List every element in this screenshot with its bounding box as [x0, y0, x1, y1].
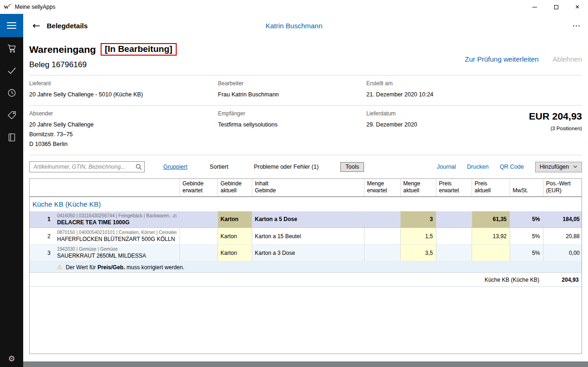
app-header: ← Belegdetails Katrin Buschmann ⋯: [0, 14, 588, 37]
erstellt-am-value: 21. Dezember 2020 10:24: [366, 90, 499, 100]
search-input[interactable]: [29, 161, 145, 172]
window-controls: ✕: [524, 0, 588, 14]
group-footer-row: Küche KB (Küche KB) 204,93: [30, 273, 582, 287]
page-title: Belegdetails: [47, 22, 88, 30]
maximize-button[interactable]: [545, 0, 567, 14]
cell-gebinde-aktuell[interactable]: Karton: [217, 245, 252, 261]
table-row[interactable]: 3 1942030 | Gemüse | Gemüse SAUERKRAUT 2…: [30, 245, 582, 261]
col-menge-erwartet: Mengeerwartet: [364, 179, 400, 197]
sortiert-toggle[interactable]: Sortiert: [210, 164, 228, 170]
cell-row-number: 1: [30, 211, 54, 228]
cell-menge-aktuell[interactable]: 3: [400, 211, 436, 228]
maximize-icon: [554, 5, 558, 9]
cell-menge-aktuell[interactable]: 1,5: [400, 228, 436, 245]
col-inhalt-gebinde: InhaltGebinde: [252, 179, 364, 197]
table-row[interactable]: 1 0416050 | 03116430256744 | Feingebäck …: [30, 211, 582, 228]
col-row-number: [30, 179, 54, 197]
col-gebinde-erwartet: Gebindeerwartet: [179, 179, 217, 197]
reject-button[interactable]: Ablehnen: [553, 55, 582, 70]
status-badge: [In Bearbeitung]: [101, 43, 177, 56]
app-logo-icon: W: [4, 3, 11, 11]
current-user[interactable]: Katrin Buschmann: [0, 22, 588, 30]
col-pos-wert: Pos.-Wert(EUR): [543, 179, 582, 197]
lieferdatum-value: 29. Dezember 2020: [366, 120, 499, 130]
total-amount: EUR 204,93: [499, 111, 582, 122]
cell-preis-aktuell[interactable]: [472, 245, 510, 261]
table-row[interactable]: 2 0870150 | 04000540210101 | Cerealien, …: [30, 228, 582, 245]
document-type-title: Wareneingang: [29, 44, 96, 55]
cell-menge-erwartet: [364, 228, 400, 245]
window-title: Meine sellyApps: [15, 4, 55, 10]
cell-article: 1942030 | Gemüse | Gemüse SAUERKRAUT 265…: [54, 245, 179, 261]
cell-preis-aktuell[interactable]: 13,92: [472, 228, 510, 245]
warning-spacer: [30, 261, 54, 273]
warning-icon: ⚠: [57, 264, 63, 271]
journal-link[interactable]: Journal: [437, 164, 456, 170]
cell-gebinde-erwartet: [179, 245, 217, 261]
search-box: [29, 161, 145, 172]
col-preis-erwartet: Preiserwartet: [436, 179, 472, 197]
journal-icon[interactable]: [7, 133, 17, 142]
cell-row-number: 3: [30, 245, 54, 261]
warning-row: ⚠Der Wert für Preis/Geb. muss korrigiert…: [30, 261, 582, 273]
hinzufuegen-button[interactable]: Hinzufügen: [535, 162, 582, 172]
back-button[interactable]: ←: [32, 21, 40, 30]
document-number: Beleg 16796169: [29, 60, 177, 70]
cell-pos-wert: 20,88: [543, 228, 582, 245]
col-article: [54, 179, 179, 197]
cell-mwst: 5%: [510, 245, 543, 261]
gruppiert-toggle[interactable]: Gruppiert: [163, 164, 187, 170]
more-options-button[interactable]: ⋯: [572, 21, 581, 30]
cell-gebinde-aktuell[interactable]: Karton: [217, 211, 252, 228]
svg-text:W: W: [4, 4, 9, 10]
forward-for-review-button[interactable]: Zur Prüfung weiterleiten: [465, 55, 538, 70]
cell-gebinde-erwartet: [179, 211, 217, 228]
cell-inhalt-gebinde: Karton a 5 Dose: [252, 211, 364, 228]
check-icon[interactable]: [7, 66, 17, 76]
cart-icon[interactable]: [7, 44, 17, 53]
cell-preis-erwartet: [436, 245, 472, 261]
bearbeiter-value: Frau Katrin Buschmann: [218, 90, 366, 100]
items-toolbar: Gruppiert Sortiert Probleme oder Fehler …: [29, 161, 582, 172]
close-button[interactable]: ✕: [567, 0, 588, 14]
cell-gebinde-aktuell[interactable]: Karton: [217, 228, 252, 245]
hamburger-icon: [7, 22, 16, 23]
group-footer-total: 204,93: [543, 273, 582, 287]
lieferdatum-label: Lieferdatum: [366, 110, 499, 117]
cell-menge-erwartet: [364, 211, 400, 228]
info-row-1: Lieferant 20 Jahre Selly Challenge - 501…: [29, 76, 582, 106]
cell-inhalt-gebinde: Karton a 3 Dose: [252, 245, 364, 261]
tag-icon[interactable]: [7, 110, 17, 120]
cell-preis-erwartet: [436, 228, 472, 245]
col-gebinde-aktuell: Gebindeaktuell: [217, 179, 252, 197]
erstellt-am-label: Erstellt am: [366, 80, 499, 87]
probleme-filter[interactable]: Probleme oder Fehler (1): [254, 164, 319, 170]
group-header-row: Küche KB (Küche KB): [30, 197, 582, 211]
qr-code-link[interactable]: QR Code: [500, 164, 524, 170]
minimize-button[interactable]: [524, 0, 545, 14]
lieferant-value: 20 Jahre Selly Challenge - 5010 (Küche K…: [29, 90, 218, 100]
bearbeiter-label: Bearbeiter: [218, 80, 366, 87]
empfaenger-label: Empfänger: [218, 110, 366, 117]
absender-value: 20 Jahre Selly Challenge Bornitzstr. 73–…: [29, 120, 218, 149]
settings-gear-icon[interactable]: ⚙: [0, 354, 23, 363]
lieferant-label: Lieferant: [29, 80, 218, 87]
hamburger-menu-button[interactable]: [0, 14, 23, 37]
clock-icon[interactable]: [7, 88, 17, 98]
search-icon: [135, 164, 142, 170]
cell-preis-aktuell[interactable]: 61,35: [472, 211, 510, 228]
col-preis-aktuell: Preisaktuell: [472, 179, 510, 197]
cell-mwst: 5%: [510, 228, 543, 245]
cell-menge-aktuell[interactable]: 3,5: [400, 245, 436, 261]
cell-preis-erwartet: [436, 211, 472, 228]
cell-gebinde-erwartet: [179, 228, 217, 245]
col-menge-aktuell: Mengeaktuell: [400, 179, 436, 197]
minimize-icon: [532, 7, 537, 7]
status-strip: [23, 361, 588, 367]
tools-button[interactable]: Tools: [340, 162, 364, 172]
items-table: Gebindeerwartet Gebindeaktuell InhaltGeb…: [30, 179, 582, 287]
cell-pos-wert: 184,05: [543, 211, 582, 228]
empfaenger-value: Testfirma sellysolutions: [218, 120, 366, 130]
drucken-link[interactable]: Drucken: [467, 164, 489, 170]
col-mwst: MwSt.: [510, 179, 543, 197]
